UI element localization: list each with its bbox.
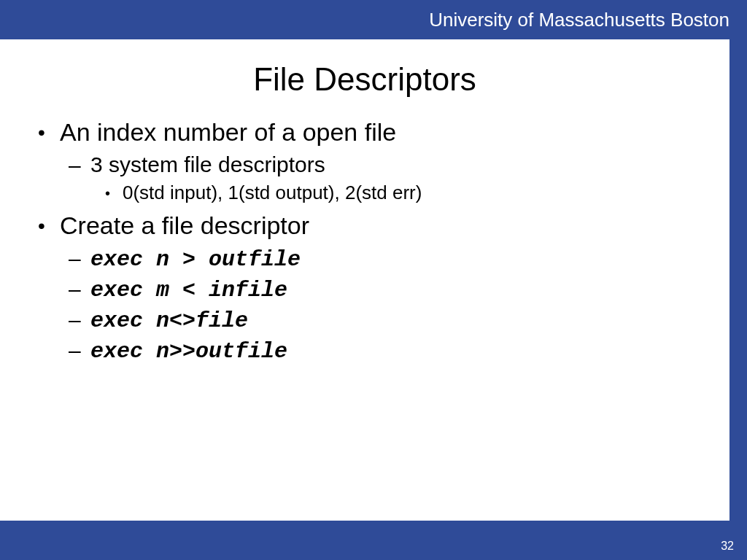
page-number: 32	[721, 540, 734, 553]
org-name: University of Massachusetts Boston	[429, 9, 729, 31]
list-item: 3 system file descriptors 0(std input), …	[60, 152, 700, 204]
sub-list: 3 system file descriptors 0(std input), …	[60, 152, 700, 204]
slide-title: File Descriptors	[29, 61, 700, 98]
slide-header: University of Massachusetts Boston	[0, 0, 747, 39]
bullet-text: 0(std input), 1(std output), 2(std err)	[123, 182, 422, 203]
bullet-text: Create a file descriptor	[60, 211, 309, 239]
list-item: exec n>>outfile	[60, 338, 700, 364]
bullet-text: An index number of a open file	[60, 118, 396, 146]
code-text: exec n<>file	[90, 308, 248, 333]
list-item: exec m < infile	[60, 276, 700, 303]
sub-list: exec n > outfile exec m < infile exec n<…	[60, 246, 700, 364]
bullet-text: 3 system file descriptors	[90, 152, 325, 176]
list-item: 0(std input), 1(std output), 2(std err)	[90, 182, 700, 204]
code-text: exec n > outfile	[90, 247, 301, 272]
code-text: exec m < infile	[90, 278, 287, 303]
bullet-list: An index number of a open file 3 system …	[29, 118, 700, 364]
list-item: An index number of a open file 3 system …	[29, 118, 700, 204]
sub-sub-list: 0(std input), 1(std output), 2(std err)	[90, 182, 700, 204]
list-item: exec n<>file	[60, 307, 700, 333]
slide-content: File Descriptors An index number of a op…	[0, 39, 729, 521]
list-item: exec n > outfile	[60, 246, 700, 272]
code-text: exec n>>outfile	[90, 339, 287, 364]
slide-frame: University of Massachusetts Boston File …	[0, 0, 747, 560]
list-item: Create a file descriptor exec n > outfil…	[29, 211, 700, 364]
